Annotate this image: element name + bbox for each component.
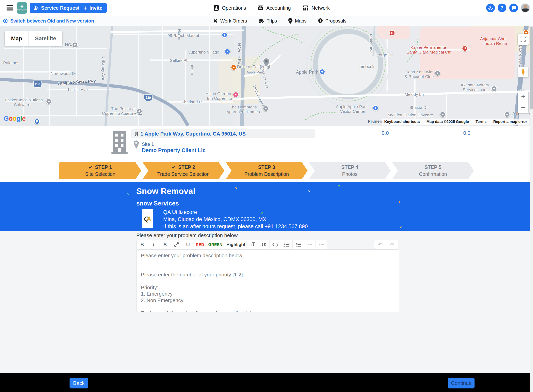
blockquote-button[interactable] [258, 240, 270, 249]
green-text-button[interactable]: GREEN [206, 240, 224, 249]
chat-button[interactable] [509, 4, 518, 12]
confetti [235, 187, 237, 190]
hotel-poi-icon [233, 92, 239, 98]
google-logo[interactable]: Google [4, 115, 25, 122]
map-label: & Racquet Club [405, 74, 434, 79]
tab-work-orders[interactable]: Work Orders [213, 18, 247, 24]
app-logo[interactable]: PropertyClient [17, 2, 27, 14]
text-size-button[interactable] [247, 240, 258, 249]
help-button[interactable]: ? [498, 4, 506, 12]
version-switch-label: Switch between Old and New version [10, 18, 94, 24]
step-title: STEP 5 [425, 164, 441, 170]
svg-text:3: 3 [296, 245, 297, 247]
history-toolbar [374, 240, 398, 249]
user-avatar[interactable] [521, 3, 530, 12]
top-navigation: Operations $ Accounting Network [213, 0, 330, 16]
map-label: Kaiser Permanente [411, 45, 446, 50]
keyboard-shortcuts-link[interactable]: Keyboard shortcuts [384, 120, 420, 124]
tab-trips-label: Trips [267, 18, 277, 24]
google-map[interactable]: 99 Ranch Market Cupertino Village Duke o… [0, 26, 533, 126]
invite-label: Invite [89, 5, 102, 11]
indent-button [315, 240, 327, 249]
invite-button[interactable]: + Invite [79, 3, 107, 13]
car-icon [258, 18, 264, 23]
code-icon [272, 243, 278, 247]
bullet-list-button[interactable] [281, 240, 292, 249]
problem-description-editor[interactable]: Please enter your problem description be… [136, 249, 399, 312]
continue-button[interactable]: Continue [448, 378, 474, 388]
terms-link[interactable]: Terms [476, 120, 487, 124]
back-button[interactable]: Back [70, 378, 88, 388]
map-type-satellite-button[interactable]: Satellite [28, 31, 62, 46]
map-label: The Hamptons [230, 105, 257, 109]
editor-text-line: 1. Emergency [141, 291, 394, 297]
numbered-list-button[interactable]: 123 [292, 240, 304, 249]
version-switch-link[interactable]: Switch between Old and New version [3, 16, 94, 26]
person-wrench-icon [34, 5, 39, 10]
tab-maps[interactable]: Maps [288, 18, 307, 24]
step-1-site-selection[interactable]: ✔STEP 1 Site Selection [59, 162, 141, 179]
underline-button[interactable]: U [182, 240, 194, 249]
company-address: Mina, Ciudad de México, CDMX 06300, MX [163, 216, 308, 223]
visitor-center-poi-icon [373, 105, 379, 111]
map-label: Lawrence E [518, 45, 523, 67]
company-name: QA Utilizecore [163, 209, 308, 216]
step-3-problem-description[interactable]: STEP 3 Problem Description [226, 162, 308, 179]
step-4-photos[interactable]: STEP 4 Photos [309, 162, 391, 179]
editor-text-line [141, 259, 394, 265]
history-button[interactable] [486, 4, 495, 12]
site-address: 1 Apple Park Way, Cupertino, CA 95014, U… [140, 131, 246, 137]
tab-work-orders-label: Work Orders [220, 18, 247, 24]
undo-button [374, 240, 386, 249]
map-label: Lark Ln [190, 61, 195, 75]
nav-network[interactable]: Network [302, 5, 330, 11]
wizard-steps: ✔STEP 1 Site Selection ✔STEP 2 Trade Ser… [59, 162, 469, 179]
tab-proposals[interactable]: $ Proposals [318, 18, 347, 24]
building-small-icon [134, 131, 138, 136]
highlight-button[interactable]: Highlight [224, 240, 247, 249]
nav-accounting[interactable]: $ Accounting [257, 5, 291, 11]
page-scrollbar-thumb[interactable] [530, 27, 533, 109]
client-name-link[interactable]: Demo Property Client Llc [142, 147, 206, 154]
sub-navigation-bar: Switch between Old and New version Work … [0, 16, 533, 26]
building-icon [111, 131, 129, 154]
footer-bar: Back Continue [0, 373, 533, 392]
outdent-icon [307, 242, 313, 247]
nav-operations[interactable]: Operations [213, 5, 246, 11]
nav-operations-label: Operations [222, 5, 246, 11]
company-info: QA Utilizecore Mina, Ciudad de México, C… [163, 209, 308, 230]
zoom-out-button[interactable]: − [518, 102, 528, 113]
step-2-trade-service-selection[interactable]: ✔STEP 2 Trade Service Selection [142, 162, 224, 179]
step-subtitle: Trade Service Selection [157, 171, 209, 177]
bold-button[interactable]: B [136, 240, 148, 249]
nav-accounting-label: Accounting [266, 5, 291, 11]
strikethrough-button[interactable]: S [159, 240, 171, 249]
metric-value-right: 0.0 [458, 130, 476, 136]
red-text-button[interactable]: RED [194, 240, 206, 249]
editor-text-line [141, 265, 394, 271]
tab-trips[interactable]: Trips [258, 18, 277, 24]
zoom-in-button[interactable]: + [518, 91, 528, 102]
map-type-map-button[interactable]: Map [5, 31, 28, 46]
fullscreen-button[interactable] [518, 34, 529, 45]
address-field[interactable]: 1 Apple Park Way, Cupertino, CA 95014, U… [131, 129, 315, 138]
map-label: N Blaney Ave [101, 55, 106, 80]
service-request-button[interactable]: Service Request [30, 3, 83, 13]
undo-icon [377, 243, 383, 247]
italic-button[interactable]: I [148, 240, 159, 249]
confetti [399, 226, 402, 229]
code-button[interactable] [270, 240, 281, 249]
pegman-button[interactable] [518, 67, 528, 77]
link-button[interactable] [171, 240, 182, 249]
report-map-error-link[interactable]: Report a map error [493, 120, 527, 124]
step-title: STEP 3 [258, 164, 275, 170]
service-title: Snow Removal [136, 187, 195, 196]
map-label: Santa Clara Medical Ctr [407, 50, 451, 55]
hamburger-menu-icon[interactable] [6, 5, 13, 10]
step-title: STEP 1 [95, 164, 112, 170]
step-5-confirmation[interactable]: STEP 5 Confirmation [392, 162, 474, 179]
interstate-280-shield: 280 [33, 81, 42, 88]
redo-button [386, 240, 398, 249]
plus-icon: + [83, 5, 87, 11]
editor-text-line [141, 303, 394, 310]
